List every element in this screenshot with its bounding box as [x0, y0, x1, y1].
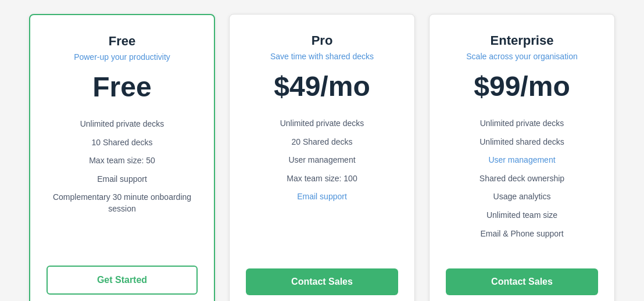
feature-item-enterprise-1: Unlimited shared decks — [446, 133, 598, 152]
plan-tagline-enterprise: Scale across your organisation — [466, 52, 577, 61]
plan-price-free: Free — [92, 73, 151, 101]
feature-item-enterprise-4: Usage analytics — [446, 188, 598, 206]
plan-button-pro[interactable]: Contact Sales — [246, 268, 398, 295]
feature-item-pro-1: 20 Shared decks — [246, 133, 398, 152]
feature-item-free-0: Unlimited private decks — [46, 115, 198, 134]
feature-item-free-3: Email support — [46, 170, 198, 189]
feature-item-enterprise-5: Unlimited team size — [446, 206, 598, 225]
feature-item-pro-4: Email support — [246, 188, 398, 206]
feature-item-pro-2: User management — [246, 151, 398, 170]
pricing-card-free: FreePower-up your productivityFreeUnlimi… — [29, 14, 215, 301]
plan-price-pro: $49/mo — [274, 73, 370, 101]
plan-name-pro: Pro — [312, 33, 333, 48]
plan-tagline-pro: Save time with shared decks — [270, 52, 374, 61]
plan-features-pro: Unlimited private decks20 Shared decksUs… — [246, 114, 398, 220]
feature-item-enterprise-6: Email & Phone support — [446, 225, 598, 243]
plan-tagline-free: Power-up your productivity — [74, 52, 170, 62]
feature-item-enterprise-2: User management — [446, 151, 598, 170]
feature-item-free-4: Complementary 30 minute onboarding sessi… — [46, 188, 198, 218]
plan-button-enterprise[interactable]: Contact Sales — [446, 268, 598, 295]
feature-item-enterprise-3: Shared deck ownership — [446, 170, 598, 188]
feature-item-free-2: Max team size: 50 — [46, 152, 198, 170]
pricing-card-pro: ProSave time with shared decks$49/moUnli… — [229, 14, 415, 301]
plan-name-free: Free — [109, 34, 135, 49]
pricing-card-enterprise: EnterpriseScale across your organisation… — [429, 14, 615, 301]
plan-name-enterprise: Enterprise — [491, 33, 554, 48]
pricing-container: FreePower-up your productivityFreeUnlimi… — [0, 0, 644, 301]
plan-price-enterprise: $99/mo — [474, 73, 570, 101]
feature-item-free-1: 10 Shared decks — [46, 134, 198, 152]
plan-button-free[interactable]: Get Started — [46, 266, 198, 295]
feature-item-pro-0: Unlimited private decks — [246, 114, 398, 133]
feature-item-pro-3: Max team size: 100 — [246, 170, 398, 188]
feature-item-enterprise-0: Unlimited private decks — [446, 114, 598, 133]
plan-features-enterprise: Unlimited private decksUnlimited shared … — [446, 114, 598, 257]
plan-features-free: Unlimited private decks10 Shared decksMa… — [46, 115, 198, 232]
